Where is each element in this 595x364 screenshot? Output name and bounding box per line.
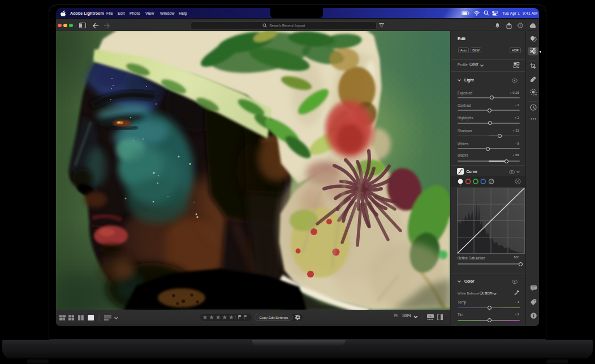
svg-text:?: ? xyxy=(519,23,521,27)
